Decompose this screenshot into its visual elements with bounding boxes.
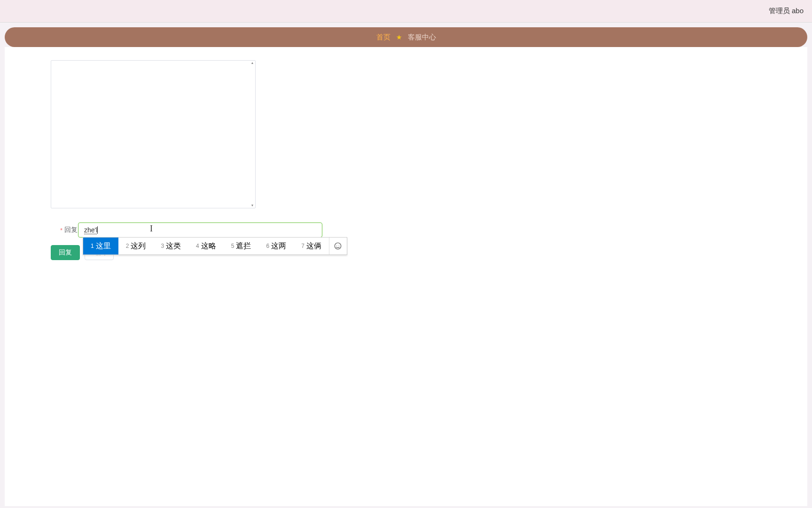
ime-candidate-1[interactable]: 1 这里 — [83, 238, 118, 254]
reply-label-text: 回复 — [64, 226, 78, 234]
reply-input-value: zhe'l — [84, 226, 97, 234]
chat-history-box[interactable]: ▲ ▼ — [51, 60, 256, 208]
scroll-down-icon[interactable]: ▼ — [250, 203, 255, 208]
scroll-up-icon[interactable]: ▲ — [250, 61, 255, 65]
ime-candidate-2[interactable]: 2 这列 — [118, 238, 154, 254]
ime-candidate-7[interactable]: 7 这俩 — [294, 238, 329, 254]
required-mark: * — [60, 227, 62, 234]
content-panel: ▲ ▼ * 回复 zhe'l I 1 这里 — [5, 47, 807, 506]
nav-bar: 首页 ★ 客服中心 — [5, 27, 807, 47]
chat-scrollbar[interactable]: ▲ ▼ — [250, 61, 255, 208]
ime-emoji-icon[interactable] — [329, 238, 347, 254]
ime-candidate-5[interactable]: 5 遮拦 — [224, 238, 259, 254]
reply-input[interactable]: zhe'l — [78, 222, 322, 238]
ime-candidate-4[interactable]: 4 这略 — [188, 238, 224, 254]
svg-point-2 — [339, 245, 339, 246]
user-label[interactable]: 管理员 abo — [769, 7, 804, 16]
reply-label: * 回复 — [51, 226, 78, 234]
ime-candidate-3[interactable]: 3 这类 — [153, 238, 188, 254]
svg-point-1 — [336, 245, 337, 246]
nav-service[interactable]: 客服中心 — [408, 33, 436, 42]
nav-home[interactable]: 首页 — [376, 33, 390, 42]
svg-point-0 — [335, 243, 342, 249]
top-header: 管理员 abo — [0, 0, 812, 23]
reply-button[interactable]: 回复 — [51, 245, 80, 260]
text-caret — [97, 226, 98, 234]
star-icon: ★ — [396, 33, 402, 41]
ime-candidate-popup[interactable]: 1 这里 2 这列 3 这类 4 这略 — [83, 237, 347, 255]
ime-candidate-6[interactable]: 6 这两 — [258, 238, 294, 254]
reply-row: * 回复 zhe'l I 1 这里 2 这列 — [51, 222, 761, 238]
